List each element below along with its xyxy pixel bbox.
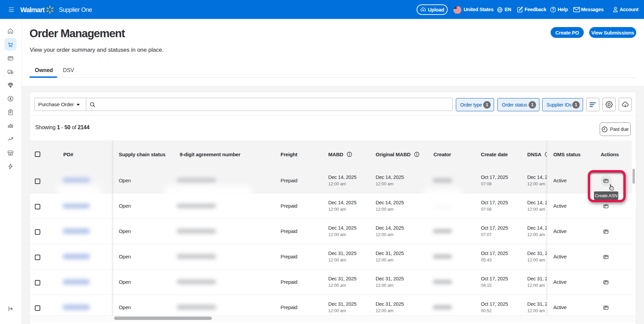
svg-text:$: $ (9, 97, 12, 101)
